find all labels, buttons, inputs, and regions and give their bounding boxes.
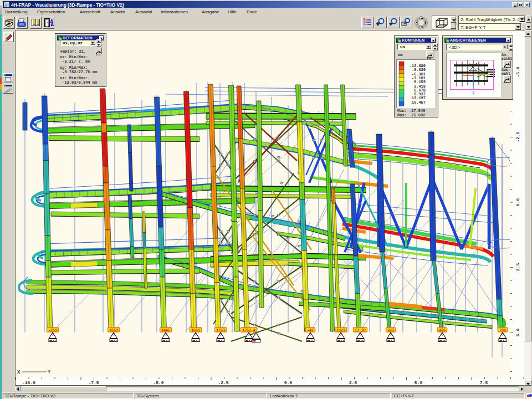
svg-text:Y: Y: [48, 370, 51, 375]
svg-text:5.0: 5.0: [515, 329, 520, 337]
svg-text:-2.5: -2.5: [515, 131, 520, 142]
svg-text:5.0: 5.0: [415, 380, 423, 385]
svg-text:X: X: [17, 370, 21, 375]
svg-text:-5.0: -5.0: [153, 380, 163, 385]
svg-text:z: z: [472, 90, 475, 95]
svg-text:2.5: 2.5: [515, 263, 520, 272]
svg-text:16.457: 16.457: [412, 100, 426, 105]
svg-text:-5.0: -5.0: [515, 66, 520, 77]
svg-text:0.0: 0.0: [515, 198, 520, 207]
svg-text:7.5: 7.5: [480, 380, 488, 385]
svg-text:-10.0: -10.0: [22, 380, 35, 385]
svg-text:-2.5: -2.5: [218, 380, 228, 385]
svg-text:2.5: 2.5: [349, 380, 357, 385]
svg-text:-7.5: -7.5: [88, 380, 99, 385]
svg-text:0.0: 0.0: [284, 380, 293, 385]
